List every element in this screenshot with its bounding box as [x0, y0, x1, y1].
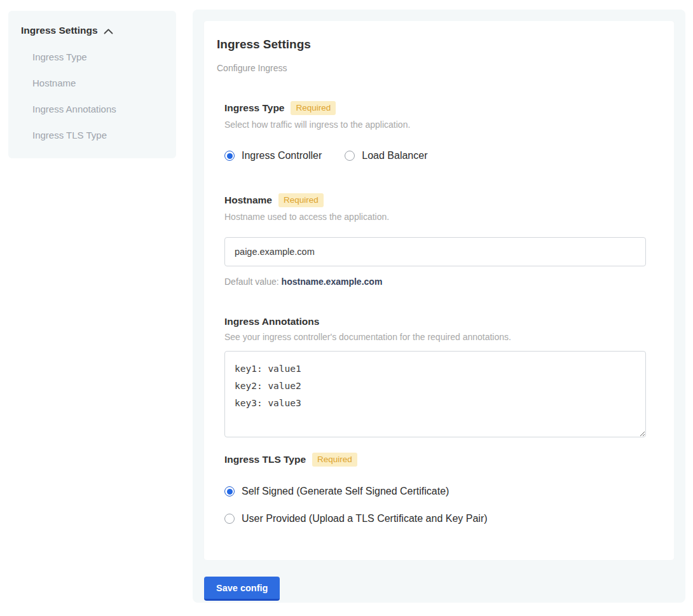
annotations-textarea[interactable]: key1: value1 key2: value2 key3: value3 [224, 351, 646, 437]
hostname-default-line: Default value:hostname.example.com [224, 277, 654, 287]
radio-user-provided[interactable]: User Provided (Upload a TLS Certificate … [224, 513, 654, 524]
page-title: Ingress Settings [217, 38, 654, 51]
tls-type-label: Ingress TLS Type [224, 454, 306, 465]
sidebar-item-ingress-annotations[interactable]: Ingress Annotations [32, 104, 163, 114]
sidebar-item-ingress-tls-type[interactable]: Ingress TLS Type [32, 130, 163, 140]
section-hostname: Hostname Required Hostname used to acces… [224, 193, 654, 287]
config-panel: Ingress Settings Configure Ingress Ingre… [193, 10, 685, 603]
radio-label: Self Signed (Generate Self Signed Certif… [242, 486, 449, 497]
default-value-prefix: Default value: [224, 277, 279, 287]
radio-self-signed[interactable]: Self Signed (Generate Self Signed Certif… [224, 486, 654, 497]
radio-button-icon [224, 151, 235, 161]
save-config-button[interactable]: Save config [204, 577, 280, 601]
chevron-up-icon [104, 29, 113, 34]
radio-label: Load Balancer [362, 150, 427, 161]
sidebar-item-hostname[interactable]: Hostname [32, 78, 163, 88]
radio-button-icon [224, 514, 235, 524]
section-ingress-tls-type: Ingress TLS Type Required Self Signed (G… [224, 453, 654, 524]
sidebar-group-ingress-settings[interactable]: Ingress Settings [21, 25, 163, 36]
required-badge: Required [291, 101, 336, 115]
radio-button-icon [345, 151, 355, 161]
hostname-help: Hostname used to access the application. [224, 212, 654, 222]
required-badge: Required [312, 453, 357, 467]
default-value-text: hostname.example.com [282, 277, 383, 287]
tls-type-radio-group: Self Signed (Generate Self Signed Certif… [224, 486, 654, 524]
radio-button-icon [224, 486, 235, 496]
section-ingress-annotations: Ingress Annotations See your ingress con… [224, 316, 654, 437]
annotations-help: See your ingress controller's documentat… [224, 332, 654, 342]
hostname-label: Hostname [224, 195, 272, 206]
config-nav-sidebar: Ingress Settings Ingress Type Hostname I… [8, 11, 176, 158]
sidebar-item-list: Ingress Type Hostname Ingress Annotation… [21, 51, 163, 140]
page-subtitle: Configure Ingress [217, 63, 654, 73]
sidebar-group-label: Ingress Settings [21, 25, 98, 36]
section-ingress-type: Ingress Type Required Select how traffic… [224, 101, 654, 161]
radio-label: User Provided (Upload a TLS Certificate … [242, 513, 488, 524]
radio-load-balancer[interactable]: Load Balancer [345, 150, 427, 161]
annotations-label: Ingress Annotations [224, 316, 319, 327]
hostname-input[interactable] [224, 237, 646, 266]
sidebar-item-ingress-type[interactable]: Ingress Type [32, 51, 163, 62]
ingress-type-label: Ingress Type [224, 102, 284, 114]
ingress-type-radio-group: Ingress Controller Load Balancer [224, 150, 654, 161]
required-badge: Required [278, 193, 324, 207]
ingress-type-help: Select how traffic will ingress to the a… [224, 120, 654, 130]
config-card: Ingress Settings Configure Ingress Ingre… [204, 21, 674, 560]
radio-label: Ingress Controller [242, 150, 322, 161]
radio-ingress-controller[interactable]: Ingress Controller [224, 150, 322, 161]
